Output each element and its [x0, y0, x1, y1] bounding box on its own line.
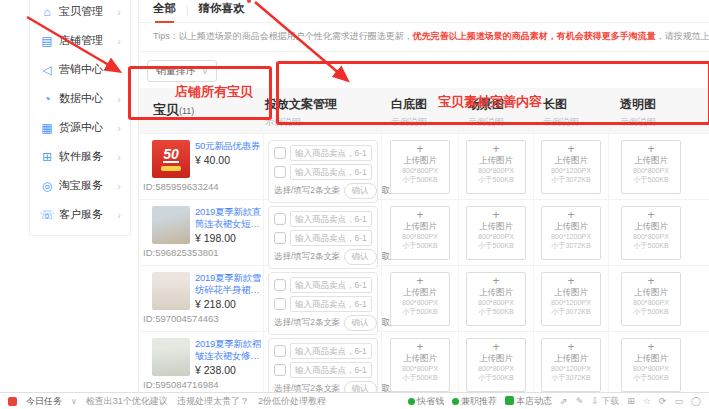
edit-icon[interactable]: ✎: [576, 396, 584, 406]
upload-image-button[interactable]: +上传图片800*1200PX小于3072KB: [541, 206, 601, 260]
upload-image-button[interactable]: +上传图片800*800PX小于500KB: [466, 338, 526, 392]
toolbar-item[interactable]: 检查出31个优化建议: [86, 395, 168, 408]
upload-image-button[interactable]: +上传图片800*800PX小于500KB: [466, 140, 526, 194]
window-icon[interactable]: ▭: [674, 396, 683, 406]
confirm-button[interactable]: 确认: [344, 249, 377, 265]
checkbox[interactable]: [274, 279, 286, 291]
example-note-link[interactable]: 示例说明: [265, 116, 371, 129]
toolbar-status-item[interactable]: 快省钱: [408, 395, 444, 408]
product-thumbnail[interactable]: 50: [152, 140, 190, 178]
checkbox[interactable]: [274, 147, 286, 159]
selling-point-input[interactable]: [290, 211, 372, 227]
table-row: 2019夏季新款雪纺碎花半身裙女中长款显瘦白¥ 218.00 ID:597004…: [139, 265, 709, 331]
product-cell: 2019夏季新款褶皱连衣裙女修身显瘦小众网红¥ 238.00 ID:595084…: [139, 332, 263, 401]
upload-image-button[interactable]: +上传图片800*1200PX小于3072KB: [541, 272, 601, 326]
upload-cell-scene: +上传图片800*800PX小于500KB: [458, 332, 533, 401]
share-icon[interactable]: ⇗: [560, 396, 568, 406]
chevron-right-icon: ›: [117, 35, 121, 47]
selling-point-input[interactable]: [290, 230, 372, 246]
circle-icon[interactable]: ◯: [691, 396, 701, 406]
example-note-link[interactable]: 示例说明: [468, 116, 523, 129]
checkbox[interactable]: [274, 232, 286, 244]
checkbox[interactable]: [274, 364, 286, 376]
confirm-button[interactable]: 确认: [344, 183, 377, 199]
upload-cell-transparent: +上传图片800*800PX小于500KB: [608, 134, 709, 203]
example-note-link[interactable]: 示例说明: [620, 116, 699, 129]
star-icon[interactable]: ☆: [643, 396, 651, 406]
example-note-link[interactable]: 示例说明: [543, 116, 598, 129]
plus-icon: +: [542, 144, 600, 155]
checkbox[interactable]: [274, 298, 286, 310]
refresh-icon[interactable]: ⟳: [659, 396, 667, 406]
upload-image-button[interactable]: +上传图片800*800PX小于500KB: [621, 272, 681, 326]
upload-cell-long: +上传图片800*1200PX小于3072KB: [533, 200, 608, 269]
upload-image-button[interactable]: +上传图片800*800PX小于500KB: [390, 206, 450, 260]
upload-cell-transparent: +上传图片800*800PX小于500KB: [608, 200, 709, 269]
toolbar-status-item[interactable]: 兼职推荐: [452, 395, 497, 408]
product-title-link[interactable]: 2019夏季新款直筒连衣裙女短袖拼接T恤中长款: [195, 206, 261, 230]
sidebar-item-customer-services[interactable]: ☏客户服务›: [30, 200, 130, 229]
copy-management-cell: 选择/填写2条文案确认取消: [263, 332, 381, 401]
today-task-label[interactable]: 今日任务: [26, 395, 62, 408]
example-note-link[interactable]: 示例说明: [391, 116, 448, 129]
upload-image-button[interactable]: +上传图片800*800PX小于500KB: [621, 140, 681, 194]
sidebar-item-software-services[interactable]: ⊞软件服务›: [30, 142, 130, 171]
header-scene-image: 场景图示例说明: [458, 88, 533, 137]
sidebar-item-data-center[interactable]: ◔数据中心›: [30, 84, 130, 113]
bottom-toolbar: 今日任务 ∨ 检查出31个优化建议 违规处理太贵了？ 2份低价处理教程 快省钱 …: [0, 392, 709, 409]
toolbar-item[interactable]: 2份低价处理教程: [258, 395, 326, 408]
selling-point-input[interactable]: [290, 277, 372, 293]
product-thumbnail[interactable]: [152, 338, 190, 376]
upload-image-button[interactable]: +上传图片800*800PX小于500KB: [390, 140, 450, 194]
upload-image-button[interactable]: +上传图片800*800PX小于500KB: [466, 206, 526, 260]
upload-image-button[interactable]: +上传图片800*800PX小于500KB: [390, 338, 450, 392]
upload-image-button[interactable]: +上传图片800*800PX小于500KB: [621, 206, 681, 260]
upload-image-button[interactable]: +上传图片800*800PX小于500KB: [390, 272, 450, 326]
upload-image-button[interactable]: +上传图片800*1200PX小于3072KB: [541, 338, 601, 392]
grid-icon: ⊞: [39, 150, 55, 164]
green-dot-icon: [452, 398, 459, 405]
product-title-link[interactable]: 50元新品优惠券: [195, 140, 260, 152]
sidebar-item-marketing-center[interactable]: ◁营销中心: [30, 55, 130, 84]
upload-cell-scene: +上传图片800*800PX小于500KB: [458, 134, 533, 203]
upload-cell-transparent: +上传图片800*800PX小于500KB: [608, 266, 709, 335]
checkbox[interactable]: [274, 345, 286, 357]
sidebar-item-taobao-services[interactable]: ◎淘宝服务›: [30, 171, 130, 200]
tab-all[interactable]: 全部: [153, 1, 176, 16]
chevron-down-icon[interactable]: ∨: [71, 397, 77, 406]
sort-dropdown[interactable]: 销量排序∨: [147, 60, 217, 82]
toolbar-item[interactable]: 违规处理太贵了？: [177, 395, 249, 408]
checkbox[interactable]: [274, 213, 286, 225]
product-thumbnail[interactable]: [152, 272, 190, 310]
tips-banner: Tips：以上频道场景的商品会根据用户个性化需求进行圈选更新，优先完善以上频道场…: [139, 23, 709, 52]
selling-point-input[interactable]: [290, 296, 372, 312]
selling-point-input[interactable]: [290, 343, 372, 359]
taobao-icon: ◎: [39, 179, 55, 193]
selling-point-input[interactable]: [290, 362, 372, 378]
confirm-button[interactable]: 确认: [344, 315, 377, 331]
checkbox[interactable]: [274, 166, 286, 178]
product-title-link[interactable]: 2019夏季新款雪纺碎花半身裙女中长款显瘦白: [195, 272, 261, 296]
toolbar-status-item[interactable]: 本店动态: [505, 395, 552, 408]
sidebar-item-shop-management[interactable]: ▤店铺管理›: [30, 26, 130, 55]
upload-image-button[interactable]: +上传图片800*800PX小于500KB: [621, 338, 681, 392]
header-transparent-image: 透明图示例说明: [608, 88, 709, 137]
upload-image-button[interactable]: +上传图片800*800PX小于500KB: [466, 272, 526, 326]
selling-point-input[interactable]: [290, 145, 372, 161]
megaphone-icon: ◁: [39, 63, 55, 77]
copy-hint: 选择/填写2条文案: [274, 185, 341, 197]
sidebar-item-supply-center[interactable]: ▦货源中心›: [30, 113, 130, 142]
download-icon[interactable]: ⇩ 下载: [591, 395, 619, 408]
tab-guess-you-like[interactable]: 猜你喜欢: [199, 1, 251, 16]
product-title-link[interactable]: 2019夏季新款褶皱连衣裙女修身显瘦小众网红: [195, 338, 261, 362]
sidebar-item-baby-management[interactable]: ⌂宝贝管理›: [30, 0, 130, 26]
selling-point-input[interactable]: [290, 164, 372, 180]
plus-icon: +: [467, 144, 525, 155]
table-row: 2019夏季新款褶皱连衣裙女修身显瘦小众网红¥ 238.00 ID:595084…: [139, 331, 709, 397]
plus-icon: +: [391, 276, 449, 287]
upload-cell-long: +上传图片800*1200PX小于3072KB: [533, 134, 608, 203]
product-thumbnail[interactable]: [152, 206, 190, 244]
grid-icon[interactable]: ⊞: [627, 396, 635, 406]
plus-icon: +: [467, 342, 525, 353]
upload-image-button[interactable]: +上传图片800*1200PX小于3072KB: [541, 140, 601, 194]
